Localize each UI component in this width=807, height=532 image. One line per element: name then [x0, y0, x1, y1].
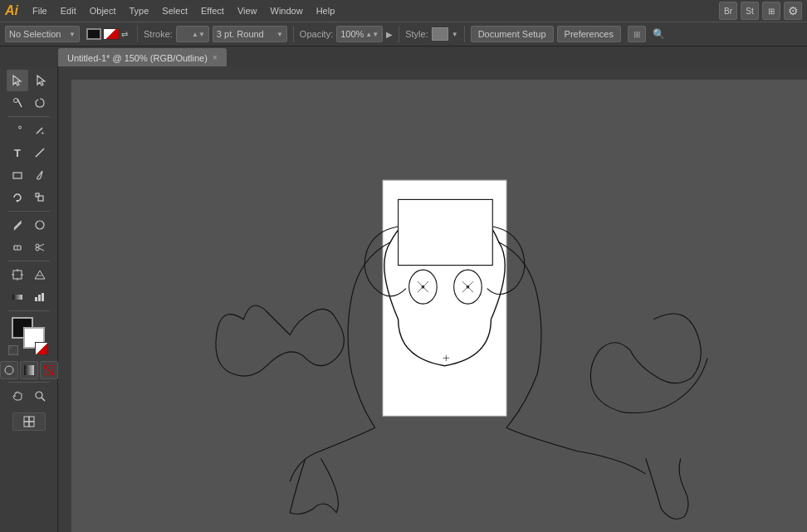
ruler-h-svg: /* ruler ticks rendered below */	[58, 66, 807, 80]
selection-label: No Selection	[9, 29, 61, 39]
tool-sep-2	[8, 211, 50, 212]
search-ui-icon[interactable]: 🔍	[653, 28, 665, 40]
pencil-tool[interactable]	[7, 214, 28, 236]
tool-row-10	[7, 286, 51, 308]
none-swatch-button[interactable]	[40, 361, 58, 379]
menu-bar: Ai File Edit Object Type Select Effect V…	[0, 0, 807, 22]
tab-close-button[interactable]: ×	[213, 53, 218, 62]
svg-rect-7	[13, 173, 22, 178]
stroke-label: Stroke:	[144, 29, 173, 39]
opacity-arrow-icon: ▲▼	[365, 31, 379, 38]
blob-brush-tool[interactable]	[29, 214, 51, 236]
canvas-area[interactable]: /* ruler ticks rendered below */	[58, 66, 807, 532]
color-area: ⬛	[8, 317, 50, 355]
workspace-button[interactable]: ⊞	[628, 26, 646, 42]
svg-line-34	[42, 398, 45, 401]
line-tool[interactable]	[29, 142, 51, 164]
arrows-icon: ⇄	[121, 30, 128, 39]
menu-type[interactable]: Type	[124, 4, 155, 17]
document-tab[interactable]: Untitled-1* @ 150% (RGB/Outline) ×	[58, 48, 227, 66]
svg-rect-18	[13, 271, 22, 279]
tool-row-5	[7, 164, 51, 186]
tool-row-1	[7, 70, 51, 91]
svg-text:+: +	[41, 129, 45, 136]
artboards-button-area	[12, 412, 46, 431]
tool-row-8	[7, 237, 51, 258]
svg-point-29	[5, 366, 13, 374]
preferences-button[interactable]: Preferences	[557, 26, 621, 42]
svg-line-16	[39, 244, 44, 246]
magic-wand-tool[interactable]	[7, 92, 28, 114]
mini-stroke-swatch[interactable]	[35, 342, 48, 355]
stroke-width-dropdown[interactable]: ▲▼	[176, 26, 209, 42]
zoom-tool[interactable]	[29, 385, 51, 407]
rect-tool[interactable]	[7, 164, 28, 186]
menu-file[interactable]: File	[27, 4, 53, 17]
add-anchor-tool[interactable]: +	[29, 120, 51, 141]
color-swatch-group: ⇄	[86, 28, 128, 40]
tool-sep-5	[8, 382, 50, 383]
tab-bar: Untitled-1* @ 150% (RGB/Outline) ×	[0, 46, 807, 66]
color-mode-button[interactable]	[0, 361, 18, 379]
app-logo: Ai	[5, 3, 18, 18]
menu-effect[interactable]: Effect	[195, 4, 230, 17]
menu-window[interactable]: Window	[265, 4, 309, 17]
svg-rect-39	[58, 66, 807, 80]
gradient-tool[interactable]	[7, 286, 28, 308]
svg-rect-40	[58, 66, 71, 532]
stock-icon[interactable]: St	[741, 2, 759, 20]
artboards-panel-button[interactable]	[12, 412, 46, 431]
lasso-tool[interactable]	[29, 92, 51, 114]
tab-title: Untitled-1* @ 150% (RGB/Outline)	[67, 53, 208, 63]
fill-swatch[interactable]	[86, 28, 101, 40]
search-icon[interactable]: ⚙	[784, 2, 802, 20]
svg-point-14	[36, 244, 39, 247]
default-colors-button[interactable]: ⬛	[8, 345, 18, 355]
direct-select-tool[interactable]	[29, 70, 51, 91]
svg-line-17	[39, 248, 44, 251]
grid-icon[interactable]: ⊞	[762, 2, 780, 20]
rotate-tool[interactable]	[7, 187, 28, 208]
artboard-tool[interactable]	[7, 264, 28, 286]
opacity-more-icon[interactable]: ▶	[386, 30, 393, 39]
stroke-swatch[interactable]	[103, 28, 120, 40]
bridge-icon[interactable]: Br	[719, 2, 737, 20]
menu-help[interactable]: Help	[311, 4, 341, 17]
scissors-tool[interactable]	[29, 237, 51, 258]
perspective-tool[interactable]	[29, 264, 51, 286]
graph-tool[interactable]	[29, 286, 51, 308]
tool-row-6	[7, 187, 51, 208]
style-arrow-icon: ▼	[452, 31, 458, 38]
vertical-ruler	[58, 66, 71, 532]
scale-tool[interactable]	[29, 187, 51, 208]
document-setup-button[interactable]: Document Setup	[471, 26, 554, 42]
style-swatch[interactable]	[432, 27, 448, 41]
tool-row-9	[7, 264, 51, 286]
options-bar: No Selection ▼ ⇄ Stroke: ▲▼ 3 pt. Round …	[0, 22, 807, 46]
horizontal-ruler: /* ruler ticks rendered below */	[58, 66, 807, 80]
svg-rect-36	[29, 417, 34, 422]
gradient-swatch-button[interactable]	[20, 361, 38, 379]
canvas-svg[interactable]	[71, 80, 807, 532]
svg-point-3	[14, 99, 18, 103]
svg-point-11	[36, 221, 44, 229]
ghost-left-eye-center	[422, 286, 425, 289]
svg-point-15	[36, 247, 39, 251]
menu-select[interactable]: Select	[156, 4, 193, 17]
style-label: Style:	[405, 29, 428, 39]
select-tool[interactable]	[7, 70, 28, 91]
stroke-type-dropdown[interactable]: 3 pt. Round ▼	[213, 26, 287, 42]
menu-edit[interactable]: Edit	[55, 4, 82, 17]
svg-marker-0	[13, 76, 21, 85]
paintbrush-tool[interactable]	[29, 164, 51, 186]
selection-dropdown[interactable]: No Selection ▼	[5, 26, 80, 42]
eraser-tool[interactable]	[7, 237, 28, 258]
menu-object[interactable]: Object	[84, 4, 122, 17]
hand-tool[interactable]	[7, 385, 28, 407]
tool-sep-1	[8, 116, 50, 117]
opacity-dropdown[interactable]: 100% ▲▼	[336, 26, 383, 42]
type-tool[interactable]: T	[7, 142, 28, 164]
menu-view[interactable]: View	[232, 4, 263, 17]
svg-rect-37	[24, 422, 29, 427]
pen-tool[interactable]	[7, 120, 28, 141]
